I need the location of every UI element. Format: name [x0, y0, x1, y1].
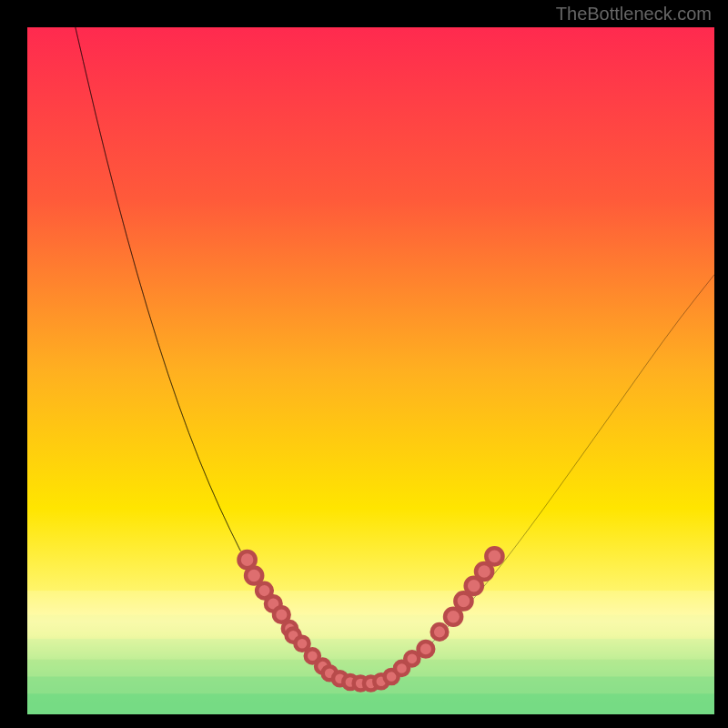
- highlight-dot: [486, 548, 502, 564]
- highlight-dot: [476, 563, 492, 580]
- watermark-text: TheBottleneck.com: [556, 4, 712, 25]
- chart-curves: [27, 27, 714, 714]
- highlight-dot: [455, 592, 471, 609]
- highlight-dot: [274, 607, 289, 622]
- highlight-dot: [405, 652, 419, 665]
- highlight-dot: [419, 642, 434, 657]
- curve-left_curve: [76, 27, 329, 673]
- bottleneck-chart: [27, 27, 714, 714]
- highlight-dot: [246, 567, 262, 583]
- curve-left-thick: [76, 27, 240, 551]
- highlight-dot: [445, 609, 461, 625]
- highlight-dot: [432, 624, 448, 640]
- highlight-dot: [295, 637, 308, 651]
